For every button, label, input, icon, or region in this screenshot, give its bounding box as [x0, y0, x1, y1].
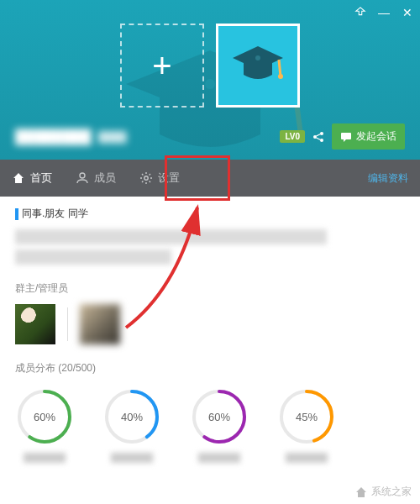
dist-label [286, 453, 328, 463]
group-subtitle: ████ [98, 131, 274, 143]
progress-ring: 60% [190, 387, 249, 446]
svg-point-6 [255, 55, 260, 60]
group-avatar[interactable] [216, 24, 300, 108]
svg-point-5 [278, 74, 283, 79]
start-chat-button[interactable]: 发起会话 [332, 123, 405, 150]
dist-item-2: 40% [102, 387, 161, 463]
close-button[interactable]: ✕ [402, 7, 413, 18]
add-avatar-button[interactable]: + [120, 24, 204, 108]
window-controls: — ✕ [354, 7, 413, 18]
svg-point-15 [144, 176, 148, 180]
watermark-icon [354, 486, 368, 499]
tags-text: 同事.朋友 同学 [22, 207, 88, 221]
gear-icon [139, 171, 153, 185]
home-icon [12, 171, 25, 185]
divider [67, 307, 68, 341]
svg-point-9 [320, 139, 323, 142]
share-icon[interactable] [312, 130, 325, 144]
tab-home-label: 首页 [30, 171, 52, 186]
dist-label [198, 453, 240, 463]
dist-item-1: 60% [15, 387, 74, 463]
dist-label [24, 453, 66, 463]
svg-line-10 [317, 134, 321, 136]
tab-home[interactable]: 首页 [12, 160, 52, 197]
progress-ring: 40% [102, 387, 161, 446]
tag-accent-bar [15, 208, 18, 220]
admin-avatar[interactable] [80, 304, 120, 344]
admins-row [15, 304, 405, 344]
svg-point-8 [320, 132, 323, 135]
content-area: 同事.朋友 同学 群主/管理员 成员分布 (20/500) 60% [0, 197, 420, 473]
plus-icon: + [152, 47, 171, 85]
avatar-row: + [120, 24, 300, 108]
pin-icon[interactable] [354, 7, 366, 18]
dist-item-4: 45% [277, 387, 336, 463]
level-badge: LV0 [280, 130, 305, 143]
edit-profile-link[interactable]: 编辑资料 [368, 171, 408, 186]
tab-settings[interactable]: 设置 [139, 160, 180, 197]
svg-point-14 [80, 173, 85, 178]
ring-percent: 45% [277, 387, 336, 446]
svg-line-4 [279, 60, 281, 76]
dist-item-3: 60% [190, 387, 249, 463]
minimize-button[interactable]: — [378, 7, 390, 18]
header-banner: — ✕ + ████████ ████ LV0 [0, 0, 420, 160]
ring-percent: 60% [15, 387, 74, 446]
watermark-text: 系统之家 [371, 485, 412, 499]
nav-bar: 首页 成员 设置 编辑资料 [0, 160, 420, 197]
distribution-row: 60% 40% 60% [15, 387, 405, 463]
blurred-text-line [15, 229, 327, 244]
ring-percent: 40% [102, 387, 161, 446]
admin-avatar[interactable] [15, 304, 55, 344]
start-chat-label: 发起会话 [356, 129, 396, 144]
blurred-text-line [15, 249, 171, 265]
ring-percent: 60% [190, 387, 249, 446]
tab-settings-label: 设置 [158, 171, 180, 186]
graduation-cap-icon [228, 36, 287, 95]
title-row: ████████ ████ LV0 发起会话 [15, 123, 405, 150]
svg-marker-13 [344, 139, 346, 142]
dist-label [111, 453, 153, 463]
svg-rect-12 [341, 133, 351, 139]
chat-icon [340, 131, 352, 143]
progress-ring: 45% [277, 387, 336, 446]
admins-section-title: 群主/管理员 [15, 281, 405, 296]
svg-line-11 [317, 138, 321, 140]
group-title: ████████ [15, 129, 92, 144]
watermark: 系统之家 [354, 485, 412, 499]
user-icon [76, 171, 89, 185]
tab-members-label: 成员 [94, 171, 116, 186]
tags-row: 同事.朋友 同学 [15, 207, 405, 221]
distribution-section-title: 成员分布 (20/500) [15, 361, 405, 375]
tab-members[interactable]: 成员 [76, 160, 116, 197]
progress-ring: 60% [15, 387, 74, 446]
